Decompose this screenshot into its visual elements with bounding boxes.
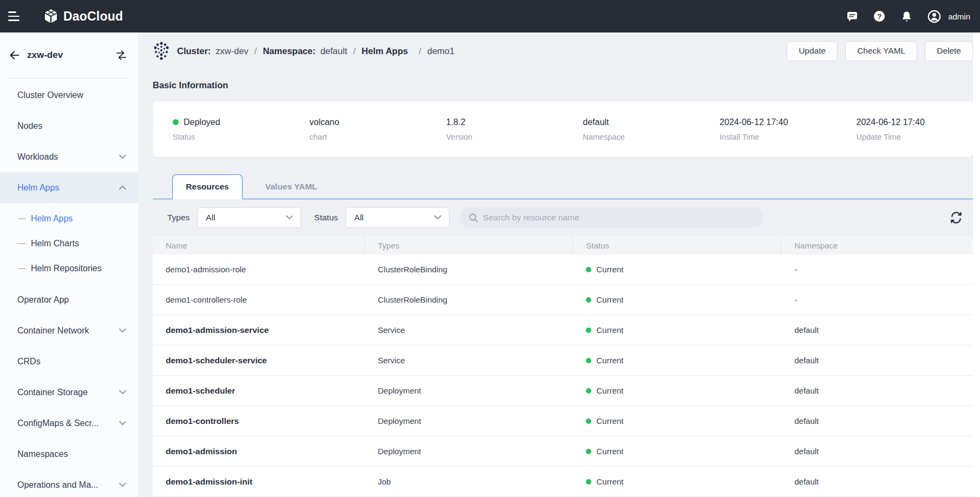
sidebar-item-helm-apps-sub[interactable]: Helm Apps <box>0 206 138 231</box>
cell-namespace: - <box>781 295 973 304</box>
sidebar-item-helm-charts-sub[interactable]: Helm Charts <box>0 231 138 256</box>
switch-cluster-icon[interactable] <box>115 49 127 61</box>
cell-namespace: - <box>781 265 973 274</box>
cell-type: ClusterRoleBinding <box>365 295 573 304</box>
table-row[interactable]: demo1-controllers-roleClusterRoleBinding… <box>153 285 973 315</box>
table-row[interactable]: demo1-admissionDeploymentCurrentdefault <box>153 436 973 467</box>
sidebar-item-cluster-overview[interactable]: Cluster Overview <box>0 80 138 110</box>
status-dot-green <box>586 479 591 485</box>
info-label: chart <box>310 133 427 141</box>
cell-name: demo1-admission <box>153 447 365 456</box>
help-icon[interactable]: ? <box>873 10 886 23</box>
status-select[interactable]: All <box>345 207 449 228</box>
search-input[interactable] <box>483 213 755 223</box>
sidebar-item-operator-app[interactable]: Operator App <box>0 284 138 315</box>
resources-table: NameTypesStatusNamespace demo1-admission… <box>153 236 973 497</box>
info-label: Status <box>173 133 290 141</box>
table-row[interactable]: demo1-controllersDeploymentCurrentdefaul… <box>153 406 973 436</box>
sidebar-item-configmaps-secr[interactable]: ConfigMaps & Secr... <box>0 408 138 439</box>
cell-namespace: default <box>781 386 973 395</box>
table-row[interactable]: demo1-admission-initJobCurrentdefault <box>153 467 973 497</box>
hamburger-menu-icon[interactable] <box>8 10 22 22</box>
status-text: Current <box>596 477 623 486</box>
table-row[interactable]: demo1-admission-serviceServiceCurrentdef… <box>153 315 973 345</box>
sidebar-item-namespaces[interactable]: Namespaces <box>0 439 138 469</box>
info-value: 2024-06-12 17:40 <box>857 117 974 127</box>
sidebar-item-container-network[interactable]: Container Network <box>0 315 138 346</box>
user-avatar-icon[interactable] <box>927 9 942 24</box>
sidebar-item-workloads[interactable]: Workloads <box>0 141 138 172</box>
types-filter-label: Types <box>167 213 190 223</box>
table-row[interactable]: demo1-admission-roleClusterRoleBindingCu… <box>153 254 973 285</box>
refresh-icon[interactable] <box>949 211 963 225</box>
tab-resources[interactable]: Resources <box>172 174 243 199</box>
status-dot-green <box>586 418 591 424</box>
back-arrow-icon[interactable] <box>9 49 21 61</box>
info-value-text: volcano <box>310 117 339 127</box>
info-field-update-time: 2024-06-12 17:40Update Time <box>837 117 974 141</box>
chevron-down-icon <box>119 482 126 487</box>
breadcrumb-separator: / <box>419 46 421 56</box>
sidebar-item-label: Namespaces <box>17 449 68 459</box>
status-dot-green <box>586 449 591 454</box>
table-row[interactable]: demo1-schedulerDeploymentCurrentdefault <box>153 376 973 406</box>
info-value: volcano <box>310 117 427 127</box>
sidebar-menu: Cluster OverviewNodesWorkloadsHelm AppsH… <box>0 80 138 497</box>
cell-status: Current <box>573 295 781 304</box>
breadcrumb-separator: / <box>254 46 257 56</box>
brand-logo[interactable]: DaoCloud <box>43 8 123 24</box>
search-box[interactable] <box>460 207 763 228</box>
cell-namespace: default <box>781 447 973 456</box>
basic-information-card: DeployedStatusvolcanochart1.8.2Versionde… <box>153 101 973 157</box>
cell-type: Service <box>365 325 573 335</box>
types-select[interactable]: All <box>197 207 301 228</box>
tab-values-yaml[interactable]: Values YAML <box>244 174 339 199</box>
delete-button[interactable]: Delete <box>925 41 973 61</box>
column-header-types: Types <box>365 236 573 254</box>
breadcrumb-label[interactable]: Helm Apps <box>362 46 408 56</box>
cluster-dots-icon <box>153 41 170 61</box>
scrollbar[interactable] <box>973 32 980 497</box>
svg-text:?: ? <box>877 12 881 21</box>
cell-name: demo1-admission-role <box>153 265 365 274</box>
sidebar-item-label: Nodes <box>17 121 42 131</box>
table-body: demo1-admission-roleClusterRoleBindingCu… <box>153 254 973 497</box>
cell-namespace: default <box>781 416 973 426</box>
sidebar-item-label: ConfigMaps & Secr... <box>17 418 99 428</box>
sidebar-item-operations-and-ma[interactable]: Operations and Ma... <box>0 469 138 497</box>
info-field-install-time: 2024-06-12 17:40Install Time <box>700 117 837 141</box>
sidebar-item-helm-repositories-sub[interactable]: Helm Repositories <box>0 256 138 281</box>
username[interactable]: admin <box>948 12 970 21</box>
sidebar-item-label: Helm Apps <box>31 214 73 224</box>
breadcrumb: Cluster:zxw-dev/Namespace:default/Helm A… <box>153 41 454 61</box>
sidebar-item-label: Helm Apps <box>17 183 59 193</box>
sidebar-item-label: Container Network <box>17 326 89 336</box>
breadcrumb-label: Namespace: <box>263 46 315 56</box>
sidebar-item-nodes[interactable]: Nodes <box>0 110 138 141</box>
top-navbar: DaoCloud ? <box>0 0 980 32</box>
info-label: Update Time <box>857 133 974 141</box>
column-header-status: Status <box>573 236 781 254</box>
info-value-text: 2024-06-12 17:40 <box>857 117 925 127</box>
breadcrumb-value[interactable]: default <box>321 46 348 56</box>
status-filter-label: Status <box>314 213 338 223</box>
check-yaml-button[interactable]: Check YAML <box>845 41 917 61</box>
table-row[interactable]: demo1-scheduler-serviceServiceCurrentdef… <box>153 345 973 376</box>
breadcrumb-separator: / <box>353 46 356 56</box>
brand-name: DaoCloud <box>63 9 123 24</box>
sidebar-item-container-storage[interactable]: Container Storage <box>0 377 138 408</box>
sidebar: zxw-dev Cluster OverviewNodesWorkloadsHe… <box>0 32 138 497</box>
bell-icon[interactable] <box>900 10 913 23</box>
sidebar-item-helm-apps[interactable]: Helm Apps <box>0 172 138 203</box>
breadcrumb-value[interactable]: zxw-dev <box>215 46 249 56</box>
sidebar-item-crds[interactable]: CRDs <box>0 346 138 377</box>
info-field-namespace: defaultNamespace <box>563 117 700 141</box>
chat-icon[interactable] <box>846 10 859 23</box>
chevron-down-icon <box>119 421 126 426</box>
update-button[interactable]: Update <box>787 41 838 61</box>
sub-item-dash-icon <box>18 243 26 245</box>
cell-type: Deployment <box>365 416 573 426</box>
sub-item-dash-icon <box>18 268 26 270</box>
cell-status: Current <box>573 477 781 486</box>
sidebar-item-label: Workloads <box>17 152 58 162</box>
